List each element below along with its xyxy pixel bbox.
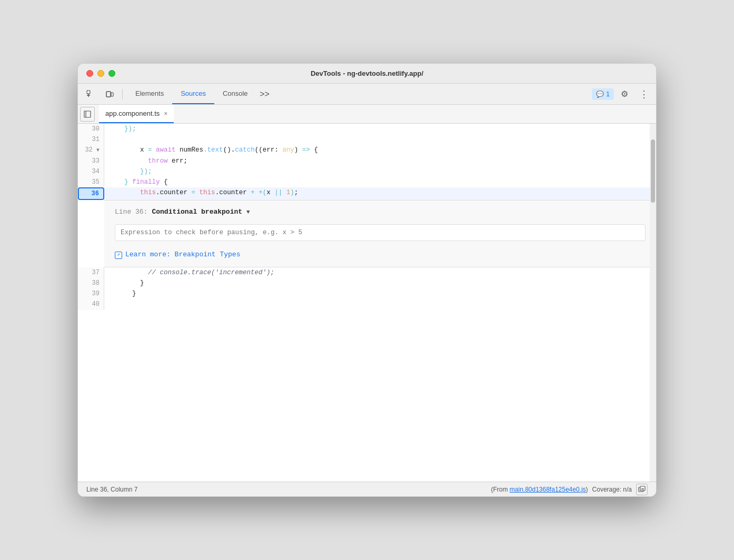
settings-button[interactable]: ⚙: [616, 86, 633, 103]
inspect-element-button[interactable]: [82, 86, 99, 103]
more-tabs-button[interactable]: >>: [256, 86, 273, 103]
main-content: 30 }); 31 32 ▼ x = await numRes.text().c…: [78, 124, 656, 482]
main-toolbar: Elements Sources Console >> 💬 1 ⚙ ⋮: [78, 84, 656, 105]
file-tab-bar: app.component.ts ×: [78, 105, 656, 124]
tab-console[interactable]: Console: [214, 84, 256, 104]
breakpoint-line-label: Line 36:: [115, 207, 147, 218]
svg-rect-3: [84, 111, 91, 117]
toolbar-right: 💬 1 ⚙ ⋮: [592, 86, 652, 103]
device-toggle-button[interactable]: [101, 86, 118, 103]
line-content-31: [104, 134, 656, 145]
scrollbar-thumb[interactable]: [651, 139, 655, 203]
breakpoint-learn-more-link[interactable]: Learn more: Breakpoint Types: [115, 249, 646, 261]
code-line-33: 33 throw err;: [78, 156, 656, 166]
file-tab-name: app.component.ts: [105, 109, 160, 117]
line-number-31[interactable]: 31: [78, 134, 104, 145]
line-number-36[interactable]: 36: [78, 187, 104, 200]
external-link-icon: [115, 252, 122, 259]
code-editor[interactable]: 30 }); 31 32 ▼ x = await numRes.text().c…: [78, 124, 656, 482]
sidebar-icon: [84, 111, 91, 118]
breakpoint-type-value: Conditional breakpoint: [152, 207, 242, 218]
line-number-37[interactable]: 37: [78, 267, 104, 278]
gear-icon: ⚙: [621, 89, 628, 99]
code-line-38: 38 }: [78, 278, 656, 288]
line-number-32[interactable]: 32 ▼: [78, 145, 104, 155]
more-menu-button[interactable]: ⋮: [635, 86, 652, 103]
code-line-36: 36 this.counter = this.counter + +(x || …: [78, 187, 656, 200]
code-lines: 30 }); 31 32 ▼ x = await numRes.text().c…: [78, 124, 656, 310]
breakpoint-expression-input[interactable]: [115, 224, 646, 241]
line-number-35[interactable]: 35: [78, 177, 104, 187]
tab-elements[interactable]: Elements: [127, 84, 172, 104]
code-line-39: 39 }: [78, 288, 656, 299]
line-content-32: x = await numRes.text().catch((err: any)…: [104, 145, 656, 155]
breakpoint-popup-row: Line 36: Conditional breakpoint ▼ Learn …: [78, 200, 656, 267]
code-line-40: 40: [78, 299, 656, 309]
breakpoint-popup: Line 36: Conditional breakpoint ▼ Learn …: [104, 200, 656, 267]
badge-count: 1: [606, 91, 610, 98]
device-icon: [105, 90, 114, 98]
line-number-38[interactable]: 38: [78, 278, 104, 288]
toolbar-tabs: Elements Sources Console >>: [127, 84, 590, 104]
coverage-icon: [638, 486, 646, 493]
line-number-34[interactable]: 34: [78, 166, 104, 177]
coverage-label: Coverage: n/a: [592, 486, 632, 493]
svg-rect-2: [111, 93, 113, 96]
line-content-33: throw err;: [104, 156, 656, 166]
from-label: (From main.80d1368fa125e4e0.js): [491, 486, 588, 493]
close-tab-icon[interactable]: ×: [164, 110, 167, 117]
breakpoint-header: Line 36: Conditional breakpoint ▼: [115, 207, 646, 218]
devtools-window: DevTools - ng-devtools.netlify.app/ Elem…: [77, 63, 657, 497]
line-number-33[interactable]: 33: [78, 156, 104, 166]
line-content-40: [104, 299, 656, 309]
code-panel: 30 }); 31 32 ▼ x = await numRes.text().c…: [78, 124, 656, 482]
title-bar: DevTools - ng-devtools.netlify.app/: [78, 64, 656, 84]
ellipsis-icon: ⋮: [639, 88, 648, 100]
status-bar: Line 36, Column 7 (From main.80d1368fa12…: [78, 482, 656, 496]
file-tab-app-component[interactable]: app.component.ts ×: [99, 105, 174, 123]
line-content-35: } finally {: [104, 177, 656, 187]
window-title: DevTools - ng-devtools.netlify.app/: [311, 69, 423, 77]
inspect-icon: [86, 90, 95, 98]
line-content-38: }: [104, 278, 656, 288]
close-button[interactable]: [86, 70, 93, 77]
code-line-32: 32 ▼ x = await numRes.text().catch((err:…: [78, 145, 656, 155]
minimize-button[interactable]: [97, 70, 104, 77]
code-line-37: 37 // console.trace('incremented');: [78, 267, 656, 278]
tab-sources[interactable]: Sources: [172, 84, 214, 104]
code-line-31: 31: [78, 134, 656, 145]
scrollbar-track[interactable]: [650, 124, 656, 482]
coverage-icon-button[interactable]: [636, 484, 648, 495]
cursor-position: Line 36, Column 7: [86, 486, 137, 493]
svg-rect-0: [87, 91, 90, 94]
toolbar-separator: [122, 89, 123, 99]
breakpoint-dropdown-arrow[interactable]: ▼: [246, 208, 250, 217]
status-bar-right: (From main.80d1368fa125e4e0.js) Coverage…: [491, 484, 648, 495]
breakpoint-link-text: Learn more: Breakpoint Types: [125, 249, 240, 261]
source-file-link[interactable]: main.80d1368fa125e4e0.js: [510, 486, 586, 493]
line-number-40[interactable]: 40: [78, 299, 104, 309]
svg-rect-1: [106, 92, 111, 97]
line-content-30: });: [104, 124, 656, 134]
line-content-36: this.counter = this.counter + +(x || 1);: [104, 187, 656, 200]
maximize-button[interactable]: [108, 70, 115, 77]
traffic-lights: [86, 70, 115, 77]
code-line-34: 34 });: [78, 166, 656, 177]
code-line-30: 30 });: [78, 124, 656, 134]
line-number-30[interactable]: 30: [78, 124, 104, 134]
line-content-39: }: [104, 288, 656, 299]
sidebar-toggle-button[interactable]: [80, 107, 95, 122]
code-line-35: 35 } finally {: [78, 177, 656, 187]
line-number-39[interactable]: 39: [78, 288, 104, 299]
messages-badge-button[interactable]: 💬 1: [592, 88, 614, 100]
badge-icon: 💬: [596, 91, 604, 98]
line-content-34: });: [104, 166, 656, 177]
breakpoint-link-container: Learn more: Breakpoint Types: [115, 249, 646, 261]
line-content-37: // console.trace('incremented');: [104, 267, 656, 278]
